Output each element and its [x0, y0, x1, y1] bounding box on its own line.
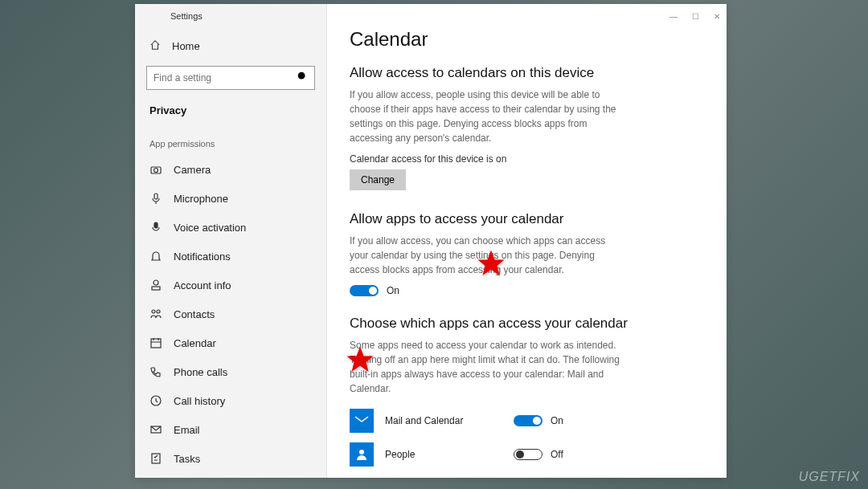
- calendar-icon: [149, 336, 162, 349]
- watermark: UGETFIX: [799, 470, 860, 484]
- nav-item-calendar[interactable]: Calendar: [135, 328, 326, 357]
- nav-label: Contacts: [174, 308, 215, 320]
- svg-point-8: [157, 310, 160, 313]
- nav-item-contacts[interactable]: Contacts: [135, 300, 326, 328]
- annotation-star: [477, 249, 509, 281]
- nav-item-tasks[interactable]: Tasks: [135, 444, 326, 473]
- nav-label: Camera: [174, 164, 211, 176]
- nav-label: Phone calls: [174, 366, 227, 378]
- app-row-mail: Mail and Calendar On: [350, 404, 704, 438]
- history-icon: [149, 394, 162, 407]
- svg-point-14: [359, 450, 364, 454]
- svg-rect-9: [151, 339, 161, 348]
- home-label: Home: [172, 40, 200, 52]
- section3-title: Choose which apps can access your calend…: [350, 316, 704, 332]
- search-icon: [297, 71, 308, 85]
- nav-label: Voice activation: [174, 222, 246, 234]
- section2-title: Allow apps to access your calendar: [350, 211, 704, 227]
- section1-title: Allow access to calendars on this device: [350, 65, 704, 81]
- nav-item-email[interactable]: Email: [135, 415, 326, 444]
- search-box[interactable]: [146, 66, 315, 90]
- svg-point-5: [154, 280, 158, 285]
- nav-item-callhistory[interactable]: Call history: [135, 386, 326, 415]
- home-icon: [149, 39, 161, 53]
- apps-access-toggle[interactable]: [350, 285, 379, 296]
- bell-icon: [149, 250, 162, 263]
- sidebar: Home Privacy App permissions Camera Micr…: [135, 4, 326, 478]
- email-icon: [149, 423, 162, 436]
- sidebar-section-title: Privacy: [135, 101, 326, 124]
- mail-toggle[interactable]: [514, 415, 542, 426]
- account-icon: [149, 279, 162, 291]
- section1-desc: If you allow access, people using this d…: [350, 88, 623, 145]
- search-input[interactable]: [154, 72, 297, 84]
- apps-access-toggle-row: On: [350, 285, 704, 296]
- svg-rect-3: [154, 194, 158, 199]
- nav-label: Notifications: [174, 251, 231, 263]
- window-title: Settings: [170, 11, 203, 21]
- nav-item-camera[interactable]: Camera: [135, 155, 326, 184]
- section3-desc: Some apps need to access your calendar t…: [350, 338, 623, 396]
- svg-rect-4: [154, 222, 158, 228]
- svg-marker-15: [347, 347, 374, 373]
- nav-item-notifications[interactable]: Notifications: [135, 242, 326, 271]
- nav-item-voice[interactable]: Voice activation: [135, 213, 326, 242]
- svg-point-0: [298, 72, 305, 79]
- svg-marker-16: [478, 251, 505, 276]
- home-nav[interactable]: Home: [135, 33, 326, 59]
- nav-label: Calendar: [174, 337, 216, 349]
- device-access-status: Calendar access for this device is on: [350, 153, 704, 165]
- nav-item-microphone[interactable]: Microphone: [135, 184, 326, 213]
- app-row-people: People Off: [350, 438, 704, 471]
- people-toggle-label: Off: [551, 449, 563, 460]
- svg-rect-6: [152, 287, 160, 290]
- svg-point-7: [152, 310, 155, 313]
- nav-list: Camera Microphone Voice activation Notif…: [135, 155, 326, 473]
- change-button[interactable]: Change: [350, 169, 406, 190]
- microphone-icon: [149, 192, 162, 205]
- people-app-icon: [350, 442, 374, 467]
- apps-access-toggle-label: On: [387, 285, 399, 296]
- mail-toggle-label: On: [551, 415, 563, 426]
- nav-item-phonecalls[interactable]: Phone calls: [135, 357, 326, 386]
- contacts-icon: [149, 308, 162, 320]
- nav-label: Email: [174, 424, 200, 436]
- svg-rect-13: [354, 415, 369, 426]
- nav-item-account[interactable]: Account info: [135, 271, 326, 300]
- nav-label: Account info: [174, 279, 231, 291]
- camera-icon: [149, 163, 162, 176]
- voice-icon: [149, 221, 162, 234]
- svg-point-2: [154, 169, 158, 173]
- mail-app-icon: [350, 409, 374, 433]
- nav-label: Call history: [174, 395, 225, 407]
- phone-icon: [149, 365, 162, 378]
- app-name: People: [385, 449, 514, 460]
- settings-window: Settings — ☐ ✕ Home Privacy App permissi…: [135, 4, 727, 478]
- svg-rect-12: [152, 454, 160, 463]
- people-toggle[interactable]: [514, 449, 542, 460]
- annotation-star: [346, 345, 378, 377]
- page-title: Calendar: [350, 28, 704, 51]
- nav-label: Microphone: [174, 193, 228, 205]
- tasks-icon: [149, 452, 162, 465]
- main-content: Calendar Allow access to calendars on th…: [326, 4, 727, 478]
- sidebar-subheader: App permissions: [135, 124, 326, 155]
- nav-label: Tasks: [174, 453, 200, 465]
- app-name: Mail and Calendar: [385, 415, 514, 426]
